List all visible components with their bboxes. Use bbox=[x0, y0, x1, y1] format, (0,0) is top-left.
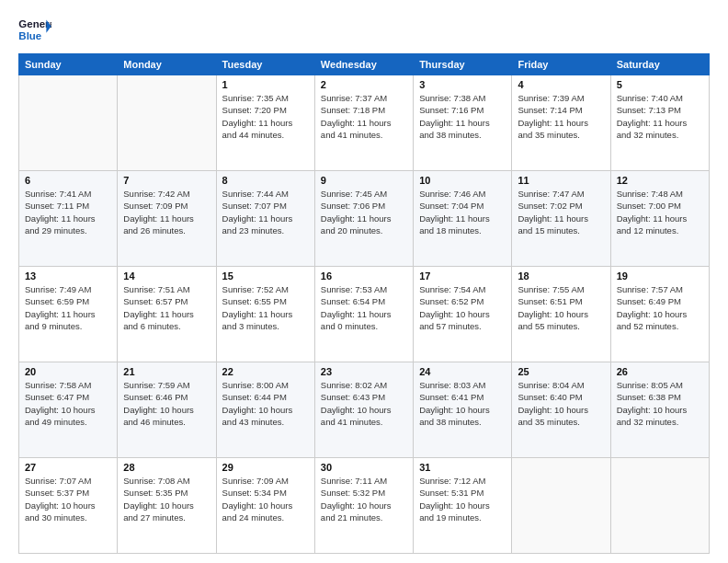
calendar-cell: 2Sunrise: 7:37 AM Sunset: 7:18 PM Daylig… bbox=[314, 75, 413, 171]
calendar-cell: 21Sunrise: 7:59 AM Sunset: 6:46 PM Dayli… bbox=[118, 362, 216, 458]
day-detail: Sunrise: 8:04 AM Sunset: 6:40 PM Dayligh… bbox=[518, 379, 604, 428]
day-detail: Sunrise: 7:48 AM Sunset: 7:00 PM Dayligh… bbox=[617, 188, 703, 236]
calendar-cell: 27Sunrise: 7:07 AM Sunset: 5:37 PM Dayli… bbox=[19, 458, 118, 554]
calendar-cell: 5Sunrise: 7:40 AM Sunset: 7:13 PM Daylig… bbox=[610, 75, 709, 171]
calendar-cell: 25Sunrise: 8:04 AM Sunset: 6:40 PM Dayli… bbox=[512, 362, 610, 458]
day-detail: Sunrise: 7:38 AM Sunset: 7:16 PM Dayligh… bbox=[419, 92, 506, 141]
day-detail: Sunrise: 7:46 AM Sunset: 7:04 PM Dayligh… bbox=[419, 188, 506, 236]
day-detail: Sunrise: 7:39 AM Sunset: 7:14 PM Dayligh… bbox=[518, 92, 604, 141]
day-detail: Sunrise: 7:49 AM Sunset: 6:59 PM Dayligh… bbox=[25, 283, 111, 332]
calendar-cell: 16Sunrise: 7:53 AM Sunset: 6:54 PM Dayli… bbox=[314, 267, 413, 362]
weekday-header-friday: Friday bbox=[512, 54, 610, 75]
svg-text:Blue: Blue bbox=[18, 30, 41, 41]
day-detail: Sunrise: 8:03 AM Sunset: 6:41 PM Dayligh… bbox=[419, 379, 506, 428]
calendar-cell: 24Sunrise: 8:03 AM Sunset: 6:41 PM Dayli… bbox=[414, 362, 512, 458]
day-number: 23 bbox=[321, 366, 407, 377]
day-detail: Sunrise: 7:55 AM Sunset: 6:51 PM Dayligh… bbox=[518, 283, 604, 332]
calendar-table: SundayMondayTuesdayWednesdayThursdayFrid… bbox=[18, 53, 710, 554]
day-detail: Sunrise: 7:11 AM Sunset: 5:32 PM Dayligh… bbox=[321, 475, 407, 523]
day-number: 22 bbox=[222, 366, 309, 377]
week-row-5: 27Sunrise: 7:07 AM Sunset: 5:37 PM Dayli… bbox=[19, 458, 710, 554]
week-row-3: 13Sunrise: 7:49 AM Sunset: 6:59 PM Dayli… bbox=[19, 267, 710, 362]
day-detail: Sunrise: 7:37 AM Sunset: 7:18 PM Dayligh… bbox=[321, 92, 407, 141]
calendar-cell: 14Sunrise: 7:51 AM Sunset: 6:57 PM Dayli… bbox=[118, 267, 216, 362]
week-row-2: 6Sunrise: 7:41 AM Sunset: 7:11 PM Daylig… bbox=[19, 171, 710, 267]
day-number: 7 bbox=[123, 175, 210, 186]
calendar-cell: 28Sunrise: 7:08 AM Sunset: 5:35 PM Dayli… bbox=[118, 458, 216, 554]
calendar-cell: 20Sunrise: 7:58 AM Sunset: 6:47 PM Dayli… bbox=[19, 362, 118, 458]
day-number: 20 bbox=[25, 366, 111, 377]
day-number: 26 bbox=[617, 366, 703, 377]
day-number: 6 bbox=[25, 175, 111, 186]
day-number: 4 bbox=[518, 79, 604, 90]
day-number: 9 bbox=[321, 175, 407, 186]
day-number: 18 bbox=[518, 270, 604, 282]
weekday-header-monday: Monday bbox=[118, 54, 216, 75]
calendar-cell: 8Sunrise: 7:44 AM Sunset: 7:07 PM Daylig… bbox=[216, 171, 314, 267]
calendar-cell: 15Sunrise: 7:52 AM Sunset: 6:55 PM Dayli… bbox=[216, 267, 314, 362]
weekday-header-sunday: Sunday bbox=[19, 54, 118, 75]
day-number: 29 bbox=[222, 462, 309, 473]
calendar-cell: 3Sunrise: 7:38 AM Sunset: 7:16 PM Daylig… bbox=[414, 75, 512, 171]
day-number: 27 bbox=[25, 462, 111, 473]
day-number: 30 bbox=[321, 462, 407, 473]
day-detail: Sunrise: 7:09 AM Sunset: 5:34 PM Dayligh… bbox=[222, 475, 309, 523]
weekday-header-row: SundayMondayTuesdayWednesdayThursdayFrid… bbox=[19, 54, 710, 75]
day-number: 14 bbox=[123, 270, 210, 282]
day-detail: Sunrise: 7:44 AM Sunset: 7:07 PM Dayligh… bbox=[222, 188, 309, 236]
day-detail: Sunrise: 7:54 AM Sunset: 6:52 PM Dayligh… bbox=[419, 283, 506, 332]
day-number: 19 bbox=[617, 270, 703, 282]
day-detail: Sunrise: 7:47 AM Sunset: 7:02 PM Dayligh… bbox=[518, 188, 604, 236]
calendar-cell: 19Sunrise: 7:57 AM Sunset: 6:49 PM Dayli… bbox=[610, 267, 709, 362]
calendar-cell: 6Sunrise: 7:41 AM Sunset: 7:11 PM Daylig… bbox=[19, 171, 118, 267]
day-detail: Sunrise: 8:00 AM Sunset: 6:44 PM Dayligh… bbox=[222, 379, 309, 428]
day-number: 10 bbox=[419, 175, 506, 186]
calendar-cell: 7Sunrise: 7:42 AM Sunset: 7:09 PM Daylig… bbox=[118, 171, 216, 267]
weekday-header-saturday: Saturday bbox=[610, 54, 709, 75]
week-row-1: 1Sunrise: 7:35 AM Sunset: 7:20 PM Daylig… bbox=[19, 75, 710, 171]
day-detail: Sunrise: 7:52 AM Sunset: 6:55 PM Dayligh… bbox=[222, 283, 309, 332]
logo-icon: General Blue bbox=[18, 17, 51, 44]
calendar-cell bbox=[19, 75, 118, 171]
weekday-header-wednesday: Wednesday bbox=[314, 54, 413, 75]
weekday-header-tuesday: Tuesday bbox=[216, 54, 314, 75]
calendar-cell: 1Sunrise: 7:35 AM Sunset: 7:20 PM Daylig… bbox=[216, 75, 314, 171]
day-detail: Sunrise: 7:58 AM Sunset: 6:47 PM Dayligh… bbox=[25, 379, 111, 428]
logo: General Blue bbox=[18, 17, 51, 44]
day-number: 17 bbox=[419, 270, 506, 282]
day-detail: Sunrise: 7:41 AM Sunset: 7:11 PM Dayligh… bbox=[25, 188, 111, 236]
day-detail: Sunrise: 8:05 AM Sunset: 6:38 PM Dayligh… bbox=[617, 379, 703, 428]
day-number: 25 bbox=[518, 366, 604, 377]
day-number: 28 bbox=[123, 462, 210, 473]
calendar-cell: 9Sunrise: 7:45 AM Sunset: 7:06 PM Daylig… bbox=[314, 171, 413, 267]
day-number: 5 bbox=[617, 79, 703, 90]
day-detail: Sunrise: 7:40 AM Sunset: 7:13 PM Dayligh… bbox=[617, 92, 703, 141]
day-detail: Sunrise: 7:07 AM Sunset: 5:37 PM Dayligh… bbox=[25, 475, 111, 523]
day-number: 31 bbox=[419, 462, 506, 473]
day-number: 3 bbox=[419, 79, 506, 90]
day-number: 13 bbox=[25, 270, 111, 282]
calendar-cell: 12Sunrise: 7:48 AM Sunset: 7:00 PM Dayli… bbox=[610, 171, 709, 267]
day-number: 21 bbox=[123, 366, 210, 377]
day-detail: Sunrise: 7:59 AM Sunset: 6:46 PM Dayligh… bbox=[123, 379, 210, 428]
calendar-cell: 17Sunrise: 7:54 AM Sunset: 6:52 PM Dayli… bbox=[414, 267, 512, 362]
day-number: 8 bbox=[222, 175, 309, 186]
calendar-cell: 11Sunrise: 7:47 AM Sunset: 7:02 PM Dayli… bbox=[512, 171, 610, 267]
day-number: 11 bbox=[518, 175, 604, 186]
day-detail: Sunrise: 7:51 AM Sunset: 6:57 PM Dayligh… bbox=[123, 283, 210, 332]
calendar-cell: 30Sunrise: 7:11 AM Sunset: 5:32 PM Dayli… bbox=[314, 458, 413, 554]
day-number: 2 bbox=[321, 79, 407, 90]
day-detail: Sunrise: 7:57 AM Sunset: 6:49 PM Dayligh… bbox=[617, 283, 703, 332]
day-detail: Sunrise: 7:53 AM Sunset: 6:54 PM Dayligh… bbox=[321, 283, 407, 332]
day-number: 24 bbox=[419, 366, 506, 377]
day-detail: Sunrise: 7:45 AM Sunset: 7:06 PM Dayligh… bbox=[321, 188, 407, 236]
calendar-cell: 31Sunrise: 7:12 AM Sunset: 5:31 PM Dayli… bbox=[414, 458, 512, 554]
calendar-cell bbox=[512, 458, 610, 554]
calendar-cell: 4Sunrise: 7:39 AM Sunset: 7:14 PM Daylig… bbox=[512, 75, 610, 171]
calendar-cell: 13Sunrise: 7:49 AM Sunset: 6:59 PM Dayli… bbox=[19, 267, 118, 362]
day-detail: Sunrise: 8:02 AM Sunset: 6:43 PM Dayligh… bbox=[321, 379, 407, 428]
calendar-cell: 22Sunrise: 8:00 AM Sunset: 6:44 PM Dayli… bbox=[216, 362, 314, 458]
calendar-cell: 23Sunrise: 8:02 AM Sunset: 6:43 PM Dayli… bbox=[314, 362, 413, 458]
day-number: 12 bbox=[617, 175, 703, 186]
day-detail: Sunrise: 7:35 AM Sunset: 7:20 PM Dayligh… bbox=[222, 92, 309, 141]
